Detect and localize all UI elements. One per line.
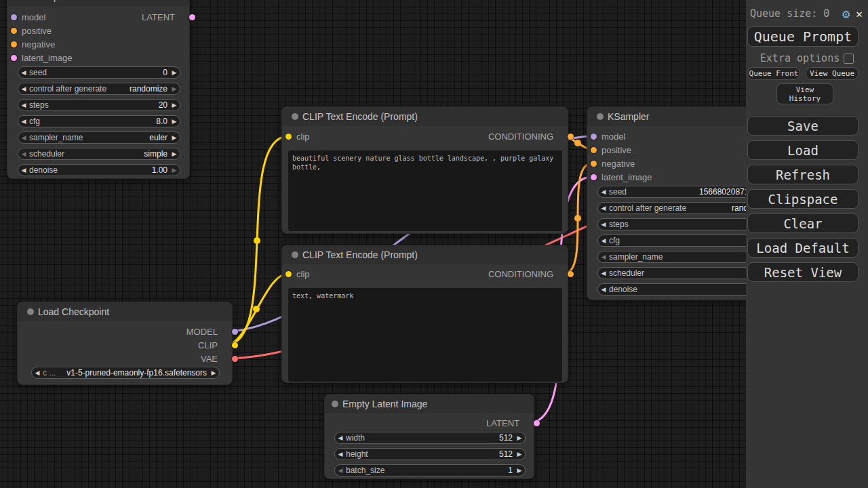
node-title-bar[interactable]: Load Checkpoint: [18, 302, 232, 321]
slot-dot-conditioning[interactable]: [591, 147, 597, 153]
widget-scheduler[interactable]: ◀ scheduler simple ▶: [18, 148, 180, 160]
stepper-left-arrow-icon[interactable]: ◀: [18, 67, 29, 78]
slot-dot-conditioning[interactable]: [11, 28, 17, 34]
stepper-left-arrow-icon[interactable]: ◀: [335, 449, 346, 460]
widget-ckpt-name[interactable]: ◀ c ... v1-5-pruned-emaonly-fp16.safeten…: [31, 367, 220, 379]
widget-width[interactable]: ◀ width 512 ▶: [334, 432, 526, 444]
extra-options-checkbox[interactable]: [844, 54, 854, 64]
widget-steps[interactable]: ◀ steps: [597, 218, 770, 230]
stepper-left-arrow-icon[interactable]: ◀: [18, 100, 29, 110]
prompt-textarea[interactable]: text, watermark: [288, 288, 562, 382]
prompt-textarea[interactable]: beautiful scenery nature glass bottle la…: [288, 150, 562, 231]
view-queue-button[interactable]: View Queue: [806, 67, 859, 80]
widget-scheduler[interactable]: ◀ scheduler: [597, 267, 770, 279]
widget-sampler-name[interactable]: ◀ sampler_name euler ▶: [18, 131, 180, 144]
stepper-left-arrow-icon[interactable]: ◀: [598, 251, 609, 262]
queue-prompt-button[interactable]: Queue Prompt: [747, 26, 859, 47]
slot-dot-latent[interactable]: [534, 420, 540, 426]
stepper-right-arrow-icon[interactable]: ▶: [169, 165, 180, 176]
slot-dot-latent[interactable]: [591, 174, 597, 180]
load-default-button[interactable]: Load Default: [747, 238, 859, 258]
node-title-bar[interactable]: Empty Latent Image: [325, 394, 534, 413]
stepper-left-arrow-icon[interactable]: ◀: [598, 219, 609, 230]
node-clip-text-encode-negative[interactable]: CLIP Text Encode (Prompt) clip CONDITION…: [281, 245, 568, 383]
save-button[interactable]: Save: [747, 116, 859, 136]
stepper-left-arrow-icon[interactable]: ◀: [598, 203, 609, 214]
settings-gear-icon[interactable]: ⚙: [842, 5, 850, 22]
stepper-right-arrow-icon[interactable]: ▶: [169, 132, 180, 143]
stepper-right-arrow-icon[interactable]: ▶: [169, 67, 180, 78]
widget-label: denoise: [29, 165, 58, 175]
stepper-left-arrow-icon[interactable]: ◀: [32, 367, 43, 378]
slot-dot-clip[interactable]: [232, 342, 238, 348]
widget-cfg[interactable]: ◀ cfg 8.0 ▶: [18, 115, 180, 127]
stepper-right-arrow-icon[interactable]: ▶: [514, 465, 525, 476]
node-empty-latent-image[interactable]: Empty Latent Image LATENT ◀ width 512 ▶ …: [324, 394, 534, 479]
node-title-bar[interactable]: KSampler: [7, 0, 189, 6]
widget-cfg[interactable]: ◀ cfg: [597, 235, 770, 247]
stepper-left-arrow-icon[interactable]: ◀: [598, 186, 609, 197]
node-title-bar[interactable]: CLIP Text Encode (Prompt): [282, 245, 568, 264]
node-title-bar[interactable]: CLIP Text Encode (Prompt): [282, 107, 568, 126]
queue-front-button[interactable]: Queue Front: [747, 67, 800, 80]
stepper-left-arrow-icon[interactable]: ◀: [18, 165, 29, 176]
stepper-right-arrow-icon[interactable]: ▶: [169, 83, 180, 94]
widget-denoise[interactable]: ◀ denoise 1.00 ▶: [18, 164, 180, 176]
stepper-left-arrow-icon[interactable]: ◀: [18, 116, 29, 127]
slot-dot-conditioning[interactable]: [568, 271, 574, 277]
slot-dot-conditioning[interactable]: [11, 41, 17, 47]
clipspace-button[interactable]: Clipspace: [747, 189, 859, 209]
close-icon[interactable]: ✕: [856, 7, 863, 20]
widget-denoise[interactable]: ◀ denoise: [597, 283, 770, 296]
stepper-left-arrow-icon[interactable]: ◀: [18, 132, 29, 143]
widget-seed[interactable]: ◀ seed 15668020871: [597, 186, 770, 198]
stepper-left-arrow-icon[interactable]: ◀: [598, 284, 609, 295]
collapse-dot-icon[interactable]: [597, 113, 604, 120]
slot-dot-conditioning[interactable]: [591, 161, 597, 167]
node-graph-canvas[interactable]: KSampler model positive negative latent_…: [0, 0, 868, 488]
refresh-button[interactable]: Refresh: [747, 165, 859, 184]
slot-dot-model[interactable]: [232, 329, 238, 335]
comfy-menu-panel: Queue size: 0 ⚙ ✕ Queue Prompt Extra opt…: [746, 0, 868, 488]
stepper-left-arrow-icon[interactable]: ◀: [598, 268, 609, 279]
stepper-left-arrow-icon[interactable]: ◀: [335, 465, 346, 476]
stepper-right-arrow-icon[interactable]: ▶: [514, 432, 525, 443]
stepper-right-arrow-icon[interactable]: ▶: [208, 367, 219, 378]
widget-control-after-generate[interactable]: ◀ control after generate randomize ▶: [18, 83, 180, 95]
input-slot-negative: negative: [7, 38, 189, 52]
node-clip-text-encode-positive[interactable]: CLIP Text Encode (Prompt) clip CONDITION…: [281, 106, 568, 234]
stepper-left-arrow-icon[interactable]: ◀: [18, 83, 29, 94]
clear-button[interactable]: Clear: [747, 214, 859, 233]
stepper-right-arrow-icon[interactable]: ▶: [169, 100, 180, 110]
widget-sampler-name[interactable]: ◀ sampler_name: [597, 251, 770, 263]
queue-size-row: Queue size: 0 ⚙ ✕: [750, 5, 863, 22]
stepper-right-arrow-icon[interactable]: ▶: [169, 116, 180, 127]
widget-height[interactable]: ◀ height 512 ▶: [334, 448, 526, 460]
reset-view-button[interactable]: Reset View: [747, 262, 859, 282]
node-ksampler-left[interactable]: KSampler model positive negative latent_…: [7, 0, 190, 179]
stepper-right-arrow-icon[interactable]: ▶: [169, 148, 180, 159]
node-load-checkpoint[interactable]: Load Checkpoint MODEL CLIP VAE ◀ c ... v…: [17, 302, 233, 385]
collapse-dot-icon[interactable]: [292, 113, 298, 120]
load-button[interactable]: Load: [747, 140, 859, 160]
view-history-button[interactable]: View History: [776, 83, 833, 104]
widget-control-after-generate[interactable]: ◀ control after generate randomize: [597, 202, 770, 214]
collapse-dot-icon[interactable]: [332, 401, 338, 407]
widget-label: sampler_name: [609, 252, 663, 262]
widget-steps[interactable]: ◀ steps 20 ▶: [18, 99, 180, 111]
stepper-left-arrow-icon[interactable]: ◀: [335, 432, 346, 443]
widget-seed[interactable]: ◀ seed 0 ▶: [18, 66, 180, 79]
slot-dot-latent[interactable]: [189, 14, 195, 20]
collapse-dot-icon[interactable]: [292, 251, 298, 258]
slot-dot-vae[interactable]: [232, 356, 238, 362]
stepper-left-arrow-icon[interactable]: ◀: [18, 148, 29, 159]
output-slot-clip: CLIP: [18, 339, 232, 352]
slot-dot-latent[interactable]: [11, 55, 17, 61]
widget-batch-size[interactable]: ◀ batch_size 1 ▶: [334, 464, 526, 476]
collapse-dot-icon[interactable]: [27, 308, 34, 315]
stepper-left-arrow-icon[interactable]: ◀: [598, 235, 609, 246]
slot-dot-model[interactable]: [591, 134, 597, 140]
stepper-right-arrow-icon[interactable]: ▶: [514, 449, 525, 460]
output-slot-conditioning: CONDITIONING: [282, 130, 568, 144]
slot-dot-conditioning[interactable]: [568, 134, 574, 140]
